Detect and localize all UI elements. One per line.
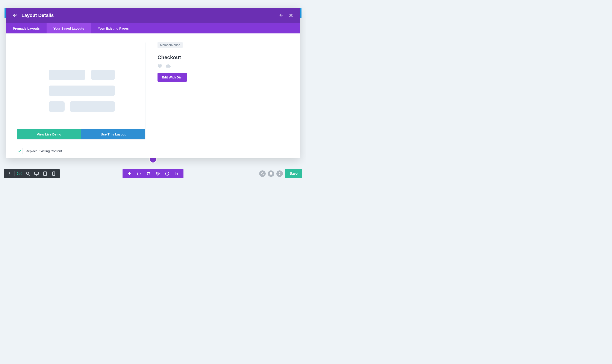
dots-vertical-icon [9, 172, 10, 176]
help-button[interactable] [276, 170, 283, 177]
sort-icon [279, 13, 283, 17]
tablet-icon [43, 171, 47, 176]
tab-premade-layouts[interactable]: Premade Layouts [6, 23, 47, 33]
wireframe-view-button[interactable] [15, 169, 24, 178]
svg-point-14 [261, 173, 263, 174]
desktop-view-button[interactable] [32, 169, 41, 178]
search-icon [26, 172, 30, 176]
gear-icon [156, 172, 160, 176]
tab-your-saved-layouts[interactable]: Your Saved Layouts [47, 23, 91, 33]
layout-details: MemberMouse Checkout Edit With Divi [158, 42, 289, 82]
use-this-layout-button[interactable]: Use This Layout [81, 129, 145, 139]
back-button[interactable] [12, 13, 18, 18]
builder-more-button[interactable] [5, 169, 14, 178]
heart-icon [158, 64, 162, 68]
placeholder-block [49, 70, 85, 80]
meta-icons [158, 64, 289, 68]
layout-category-tag[interactable]: MemberMouse [158, 42, 183, 48]
question-icon [279, 172, 281, 175]
delete-button[interactable] [144, 169, 153, 178]
layers-icon [269, 172, 273, 175]
modal-header: Layout Details [6, 8, 300, 23]
svg-point-9 [45, 175, 45, 175]
svg-point-12 [157, 173, 158, 174]
placeholder-block [91, 70, 115, 80]
close-icon [289, 14, 293, 17]
svg-rect-3 [17, 172, 21, 173]
svg-point-2 [9, 175, 10, 176]
placeholder-block [70, 101, 115, 112]
back-arrow-icon [13, 13, 17, 17]
search-page-button[interactable] [259, 170, 266, 177]
modal-title: Layout Details [21, 13, 54, 18]
svg-rect-4 [17, 174, 19, 175]
bottom-left-toolbar [4, 169, 60, 178]
layout-preview-card: View Live Demo Use This Layout [17, 42, 146, 140]
replace-existing-row: Replace Existing Content [17, 148, 62, 154]
wireframe-icon [17, 172, 21, 175]
sort-builder-button[interactable] [172, 169, 181, 178]
svg-point-1 [9, 173, 10, 174]
placeholder-block [49, 86, 115, 96]
favorite-button[interactable] [158, 64, 162, 68]
svg-point-11 [54, 175, 54, 175]
preview-actions: View Live Demo Use This Layout [17, 129, 145, 139]
replace-existing-checkbox[interactable] [17, 148, 23, 154]
cloud-button[interactable] [165, 64, 171, 68]
view-live-demo-button[interactable]: View Live Demo [17, 129, 81, 139]
svg-rect-7 [35, 172, 38, 174]
layout-name: Checkout [158, 54, 289, 60]
tab-your-existing-pages[interactable]: Your Existing Pages [91, 23, 136, 33]
sort-button[interactable] [278, 13, 284, 18]
svg-rect-5 [20, 174, 21, 175]
phone-view-button[interactable] [49, 169, 58, 178]
placeholder-block [49, 101, 65, 112]
search-icon [261, 172, 264, 175]
svg-point-0 [9, 172, 10, 173]
add-section-button[interactable] [125, 169, 134, 178]
trash-icon [147, 172, 150, 176]
check-icon [18, 149, 21, 152]
layers-button[interactable] [268, 170, 274, 177]
modal-body: View Live Demo Use This Layout MemberMou… [6, 33, 300, 158]
tabs: Premade Layouts Your Saved Layouts Your … [6, 23, 300, 33]
tablet-view-button[interactable] [41, 169, 49, 178]
cloud-icon [165, 64, 171, 68]
sort-icon [175, 172, 178, 176]
power-icon [137, 172, 141, 176]
replace-existing-label: Replace Existing Content [26, 149, 62, 153]
layout-preview-thumbnail [17, 42, 145, 129]
edit-with-divi-button[interactable]: Edit With Divi [158, 73, 187, 82]
phone-icon [52, 171, 55, 176]
bottom-center-toolbar [122, 169, 183, 178]
settings-button[interactable] [153, 169, 163, 178]
clock-icon [165, 172, 169, 176]
layout-details-modal: Layout Details Premade Layouts Your Save… [6, 8, 300, 158]
desktop-icon [34, 172, 39, 176]
zoom-button[interactable] [24, 169, 32, 178]
plus-icon [128, 172, 131, 175]
history-button[interactable] [163, 169, 172, 178]
close-button[interactable] [288, 13, 294, 18]
power-button[interactable] [134, 169, 144, 178]
save-button[interactable]: Save [285, 169, 302, 178]
bottom-right-toolbar: Save [259, 169, 302, 178]
